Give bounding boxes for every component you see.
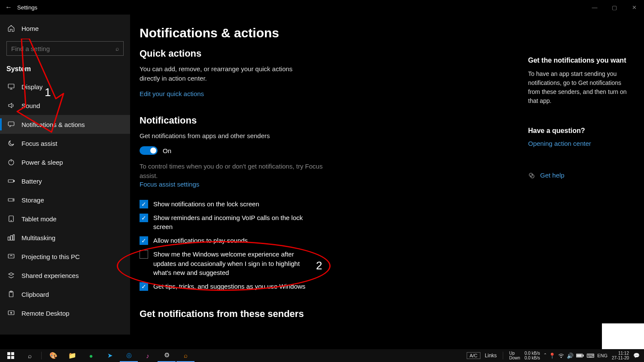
taskbar-app-spotify[interactable]: ● (82, 349, 100, 362)
sidebar-item-display[interactable]: Display (0, 77, 130, 96)
taskbar-app-itunes[interactable]: ♪ (139, 349, 157, 362)
sidebar-home-label: Home (21, 25, 39, 32)
tray-keyboard-icon[interactable]: ⌨ (586, 353, 595, 359)
notifications-toggle-desc: Get notifications from apps and other se… (140, 131, 311, 141)
minimize-button[interactable]: — (585, 0, 605, 15)
svg-rect-1 (8, 122, 14, 126)
battery-icon (7, 177, 15, 185)
taskbar-ac-indicator: A/C (467, 352, 480, 359)
search-input[interactable] (6, 41, 124, 56)
help-icon (528, 172, 536, 179)
svg-rect-21 (11, 356, 14, 359)
sidebar-item-sound[interactable]: Sound (0, 96, 130, 115)
sidebar-item-focus[interactable]: Focus assist (0, 134, 130, 153)
monitor-icon (7, 82, 15, 91)
notification-checkbox[interactable] (140, 282, 148, 291)
clipboard-icon (7, 290, 15, 299)
notification-checkbox[interactable] (140, 236, 148, 245)
sidebar-item-label: Notifications & actions (21, 121, 85, 128)
svg-point-6 (13, 199, 14, 200)
sidebar-home[interactable]: Home (0, 19, 130, 38)
notification-checkbox[interactable] (140, 250, 148, 259)
taskbar-links-label[interactable]: Links (485, 353, 497, 359)
get-help-link[interactable]: Get help (540, 172, 565, 179)
remote-icon (7, 309, 15, 317)
close-button[interactable]: ✕ (624, 0, 644, 15)
taskbar-app-edge[interactable]: ◎ (120, 349, 138, 362)
sidebar-item-label: Shared experiences (21, 272, 79, 279)
svg-rect-9 (8, 237, 10, 241)
page-title: Notifications & actions (140, 26, 474, 40)
sidebar-item-label: Tablet mode (21, 215, 57, 223)
senders-heading: Get notifications from these senders (140, 308, 474, 320)
tray-language[interactable]: ENG (597, 353, 608, 358)
tray-notifications-icon[interactable]: 💬 (633, 353, 640, 359)
taskbar-app-settings[interactable]: ⚙ (158, 349, 176, 362)
notification-checkbox[interactable] (140, 214, 148, 222)
sidebar-item-multitask[interactable]: Multitasking (0, 228, 130, 247)
svg-rect-0 (8, 84, 14, 88)
svg-rect-12 (8, 254, 14, 258)
svg-rect-10 (11, 236, 13, 241)
chat-icon (7, 120, 15, 129)
tray-volume-icon[interactable]: 🔊 (567, 353, 574, 359)
svg-rect-25 (577, 354, 582, 356)
opening-action-center-link[interactable]: Opening action center (528, 140, 591, 147)
shared-icon (7, 271, 15, 280)
home-icon (7, 24, 15, 33)
sidebar-item-projecting[interactable]: Projecting to this PC (0, 247, 130, 266)
sidebar: Home ⌕ System DisplaySoundNotifications … (0, 15, 130, 335)
notifications-toggle[interactable] (140, 146, 158, 155)
svg-rect-3 (8, 180, 13, 182)
edit-quick-actions-link[interactable]: Edit your quick actions (140, 90, 204, 97)
notification-check-label: Allow notifications to play sounds (153, 236, 248, 245)
svg-point-22 (561, 357, 562, 358)
taskbar-net-rates: 0.0 kB/s 0.0 kB/s (525, 351, 540, 360)
sidebar-item-label: Storage (21, 196, 44, 204)
notification-checkbox[interactable] (140, 200, 148, 208)
taskbar-app-paint[interactable]: 🎨 (44, 349, 62, 362)
sidebar-item-storage[interactable]: Storage (0, 190, 130, 209)
svg-point-16 (529, 173, 533, 176)
storage-icon (7, 196, 15, 204)
taskbar: ⌕ 🎨 📁 ● ➤ ◎ ♪ ⚙ ⌕ A/C Links Up Down 0.0 … (0, 349, 644, 362)
aside-question-heading: Have a question? (528, 127, 627, 135)
maximize-button[interactable]: ▢ (605, 0, 624, 15)
taskbar-clock[interactable]: 11:12 27-11-20 (612, 351, 629, 360)
focus-assist-link[interactable]: Focus assist settings (140, 181, 199, 188)
title-bar: ← Settings — ▢ ✕ (0, 0, 644, 15)
tray-location-icon[interactable]: 📍 (549, 353, 556, 359)
sidebar-item-notifications[interactable]: Notifications & actions (0, 115, 130, 134)
speaker-icon (7, 101, 15, 110)
start-button[interactable] (2, 349, 20, 362)
sidebar-item-clipboard[interactable]: Clipboard (0, 285, 130, 304)
sidebar-item-remote[interactable]: Remote Desktop (0, 304, 130, 323)
tray-wifi-icon[interactable] (558, 353, 564, 358)
moon-icon (7, 139, 15, 148)
notification-check-label: Get tips, tricks, and suggestions as you… (153, 282, 305, 291)
taskbar-app-explorer[interactable]: 📁 (63, 349, 81, 362)
notification-check-row: Show me the Windows welcome experience a… (140, 250, 316, 278)
tray-chevron-icon[interactable]: ˆ (544, 353, 546, 359)
back-button[interactable]: ← (0, 0, 17, 15)
taskbar-app-everything[interactable]: ⌕ (176, 349, 194, 362)
sidebar-item-label: Clipboard (21, 291, 49, 298)
sidebar-heading: System (0, 59, 130, 77)
taskbar-app-telegram[interactable]: ➤ (101, 349, 119, 362)
aside-want-heading: Get the notifications you want (528, 57, 627, 64)
white-overlay-rect (602, 323, 644, 349)
sidebar-item-label: Power & sleep (21, 159, 63, 166)
tray-battery-icon[interactable] (576, 353, 584, 358)
sidebar-item-power[interactable]: Power & sleep (0, 153, 130, 172)
sidebar-item-shared[interactable]: Shared experiences (0, 266, 130, 285)
focus-assist-desc: To control times when you do or don't ge… (140, 162, 324, 181)
aside-want-text: To have an app start sending you notific… (528, 69, 627, 106)
sidebar-item-tablet[interactable]: Tablet mode (0, 209, 130, 228)
taskbar-search-button[interactable]: ⌕ (21, 349, 39, 362)
quick-actions-heading: Quick actions (140, 48, 474, 59)
multitask-icon (7, 233, 15, 242)
toggle-state: On (163, 147, 171, 154)
search-icon: ⌕ (115, 45, 119, 52)
sidebar-item-battery[interactable]: Battery (0, 172, 130, 190)
aside: Get the notifications you want To have a… (528, 57, 627, 179)
